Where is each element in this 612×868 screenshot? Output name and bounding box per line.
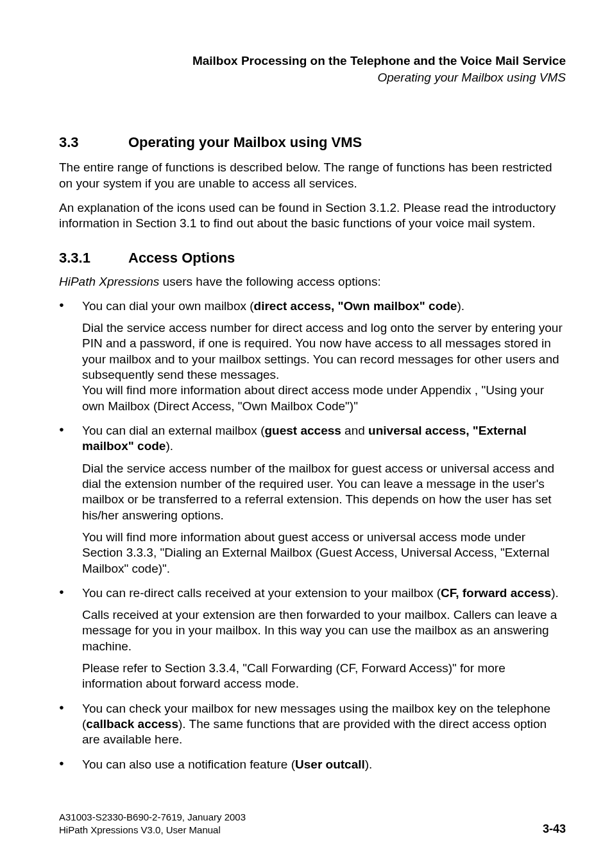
item-paragraph: Dial the service access number of the ma… <box>82 461 566 523</box>
page-footer: A31003-S2330-B690-2-7619, January 2003 H… <box>59 811 566 836</box>
access-options-list: You can dial your own mailbox (direct ac… <box>59 299 566 772</box>
item-mid: and <box>341 424 368 437</box>
item-paragraph: You will find more information about dir… <box>82 383 566 414</box>
list-item: You can also use a notification feature … <box>59 757 566 772</box>
intro-text: users have the following access options: <box>159 275 380 288</box>
subsection-intro: HiPath Xpressions users have the followi… <box>59 274 566 290</box>
list-item: You can dial your own mailbox (direct ac… <box>59 299 566 414</box>
item-term: User outcall <box>295 758 365 771</box>
section-paragraph: The entire range of functions is describ… <box>59 160 566 191</box>
section-number: 3.3 <box>59 134 128 151</box>
item-paragraph: Dial the service access number for direc… <box>82 320 566 383</box>
item-tail: ). <box>365 758 373 771</box>
item-term: direct access, "Own mailbox" code <box>254 299 457 313</box>
footer-docid: A31003-S2330-B690-2-7619, January 2003 <box>59 811 566 824</box>
item-tail: ). <box>551 586 559 600</box>
header-title: Mailbox Processing on the Telephone and … <box>59 53 566 69</box>
list-item: You can check your mailbox for new messa… <box>59 701 566 748</box>
header-subtitle: Operating your Mailbox using VMS <box>59 69 566 86</box>
item-tail: ). <box>457 299 464 313</box>
running-header: Mailbox Processing on the Telephone and … <box>59 53 566 85</box>
section-title: Operating your Mailbox using VMS <box>128 134 362 151</box>
product-name: HiPath Xpressions <box>59 275 159 288</box>
page-number: 3-43 <box>543 822 566 836</box>
item-term: CF, forward access <box>441 586 551 600</box>
list-item: You can dial an external mailbox (guest … <box>59 423 566 577</box>
item-term: guest access <box>264 424 341 437</box>
subsection-heading: 3.3.1 Access Options <box>59 250 566 266</box>
item-tail: ). <box>166 439 173 453</box>
section-paragraph: An explanation of the icons used can be … <box>59 200 566 232</box>
section-heading: 3.3 Operating your Mailbox using VMS <box>59 134 566 151</box>
item-paragraph: You will find more information about gue… <box>82 530 566 577</box>
subsection-number: 3.3.1 <box>59 250 128 266</box>
item-paragraph: Please refer to Section 3.3.4, "Call For… <box>82 661 566 692</box>
page: Mailbox Processing on the Telephone and … <box>0 0 612 868</box>
subsection-title: Access Options <box>128 250 235 266</box>
item-lead: You can dial an external mailbox ( <box>82 424 264 437</box>
item-paragraph: Calls received at your extension are the… <box>82 607 566 654</box>
list-item: You can re-direct calls received at your… <box>59 586 566 692</box>
item-lead: You can dial your own mailbox ( <box>82 299 254 313</box>
footer-doctitle: HiPath Xpressions V3.0, User Manual <box>59 824 566 837</box>
item-lead: You can re-direct calls received at your… <box>82 586 441 600</box>
item-term: callback access <box>86 717 178 731</box>
item-lead: You can also use a notification feature … <box>82 758 295 771</box>
